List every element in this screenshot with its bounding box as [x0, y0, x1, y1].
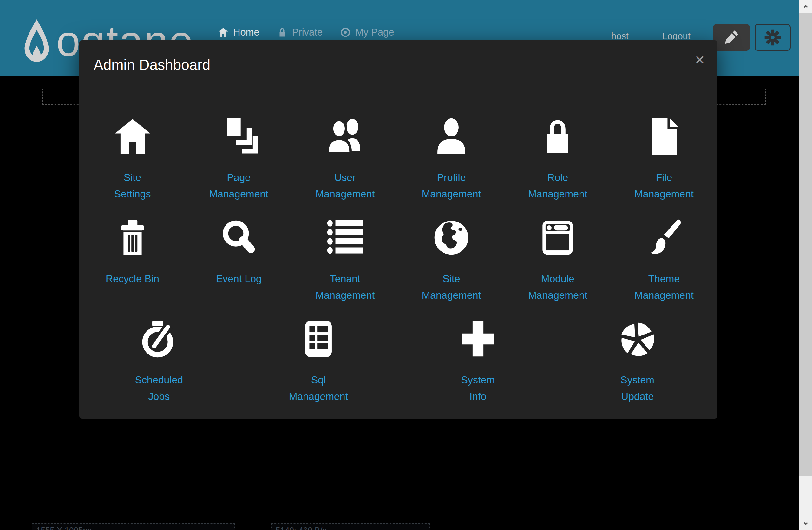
home-icon: [218, 27, 228, 38]
close-icon[interactable]: ✕: [694, 54, 705, 66]
tile-label: ScheduledJobs: [135, 372, 183, 405]
plus-icon: [459, 319, 497, 358]
tile-label-line: Module: [528, 270, 588, 287]
viewport-size-indicator: 1555 X 1005px: [32, 523, 235, 530]
scrollbar-thumb[interactable]: [799, 13, 812, 476]
tile-label: TenantManagement: [316, 270, 375, 303]
modal-header: Admin Dashboard ✕: [79, 40, 717, 94]
tile-sql-management[interactable]: SqlManagement: [239, 319, 398, 420]
tile-label-line: Update: [620, 388, 654, 405]
tile-recycle-bin[interactable]: Recycle Bin: [79, 217, 186, 319]
tile-label-line: Theme: [634, 270, 694, 287]
tile-file-management[interactable]: FileManagement: [611, 116, 717, 217]
tile-event-log[interactable]: Event Log: [186, 217, 292, 319]
page-settings-button[interactable]: [755, 24, 791, 51]
scroll-down-button[interactable]: [799, 517, 812, 530]
pages-icon: [219, 116, 258, 156]
nav-item-my-page[interactable]: My Page: [340, 27, 394, 38]
tile-label-line: Recycle Bin: [106, 270, 159, 287]
tile-page-management[interactable]: PageManagement: [186, 116, 292, 217]
chevron-down-icon: [803, 521, 809, 527]
tile-label: SystemInfo: [461, 372, 495, 405]
tile-row: SiteSettingsPageManagementUserManagement…: [79, 116, 717, 217]
tile-label: Event Log: [216, 270, 262, 287]
tile-label: ProfileManagement: [422, 169, 481, 202]
tile-site-settings[interactable]: SiteSettings: [79, 116, 186, 217]
tile-label-line: Event Log: [216, 270, 262, 287]
viewport-size-text: 1555 X 1005px: [36, 526, 92, 530]
tile-label-line: File: [634, 169, 694, 186]
tile-label-line: Management: [422, 186, 481, 202]
tile-label-line: Management: [289, 388, 348, 405]
tile-label: SiteManagement: [422, 270, 481, 303]
tile-label-line: Management: [209, 186, 269, 202]
tile-profile-management[interactable]: ProfileManagement: [398, 116, 505, 217]
network-speed-text: 5140: 460 B/s: [276, 526, 327, 530]
tile-label: SiteSettings: [114, 169, 151, 202]
tile-label-line: System: [620, 372, 654, 388]
tile-label-line: Management: [316, 287, 375, 303]
nav-label: Home: [233, 27, 259, 38]
aperture-icon: [618, 319, 657, 358]
tile-label: RoleManagement: [528, 169, 588, 202]
tile-label-line: Jobs: [135, 388, 183, 405]
globe-icon: [432, 217, 471, 257]
tile-label-line: Tenant: [316, 270, 375, 287]
tile-scheduled-jobs[interactable]: ScheduledJobs: [79, 319, 239, 420]
tile-label-line: User: [316, 169, 375, 186]
pencil-icon: [724, 30, 739, 45]
tile-label-line: Management: [528, 287, 588, 303]
nav-item-home[interactable]: Home: [218, 27, 259, 38]
people-icon: [326, 116, 364, 156]
home-icon: [113, 116, 152, 156]
vertical-scrollbar[interactable]: [799, 0, 812, 530]
tile-label: SystemUpdate: [620, 372, 654, 405]
tile-module-management[interactable]: ModuleManagement: [505, 217, 611, 319]
network-speed-indicator: 5140: 460 B/s: [271, 523, 430, 530]
tile-label-line: Management: [634, 287, 694, 303]
magnifier-icon: [219, 217, 258, 257]
tile-label-line: Settings: [114, 186, 151, 202]
gear-icon: [764, 29, 781, 46]
tile-label-line: Role: [528, 169, 588, 186]
tile-row: ScheduledJobsSqlManagementSystemInfoSyst…: [79, 319, 717, 420]
tile-label-line: Management: [528, 186, 588, 202]
nav-label: My Page: [355, 27, 394, 38]
tile-role-management[interactable]: RoleManagement: [505, 116, 611, 217]
scroll-up-button[interactable]: [799, 0, 812, 13]
nav-item-private[interactable]: Private: [277, 27, 322, 38]
tile-label-line: Management: [316, 186, 375, 202]
admin-tile-grid: SiteSettingsPageManagementUserManagement…: [79, 94, 717, 420]
admin-dashboard-modal: Admin Dashboard ✕ SiteSettingsPageManage…: [79, 40, 717, 419]
tile-system-update[interactable]: SystemUpdate: [557, 319, 717, 420]
brush-icon: [644, 217, 683, 257]
tile-label-line: Profile: [422, 169, 481, 186]
tile-label-line: Site: [422, 270, 481, 287]
tile-label-line: Management: [634, 186, 694, 202]
tile-system-info[interactable]: SystemInfo: [398, 319, 558, 420]
tile-label: Recycle Bin: [106, 270, 159, 287]
tile-label: ModuleManagement: [528, 270, 588, 303]
main-nav: Home Private My Page: [218, 27, 394, 38]
tile-user-management[interactable]: UserManagement: [292, 116, 398, 217]
tile-row: Recycle BinEvent LogTenantManagementSite…: [79, 217, 717, 319]
chevron-up-icon: [803, 3, 809, 9]
modal-title: Admin Dashboard: [93, 56, 210, 73]
lock-icon: [277, 27, 287, 38]
edit-mode-button[interactable]: [713, 24, 750, 51]
tile-label-line: Management: [422, 287, 481, 303]
tile-tenant-management[interactable]: TenantManagement: [292, 217, 398, 319]
tile-label: SqlManagement: [289, 372, 348, 405]
target-icon: [340, 27, 350, 38]
tile-site-management[interactable]: SiteManagement: [398, 217, 505, 319]
list-icon: [326, 217, 364, 257]
tile-theme-management[interactable]: ThemeManagement: [611, 217, 717, 319]
spreadsheet-icon: [299, 319, 338, 358]
person-icon: [432, 116, 471, 156]
tile-label: UserManagement: [316, 169, 375, 202]
trash-icon: [113, 217, 152, 257]
tile-label-line: Sql: [289, 372, 348, 388]
tile-label: FileManagement: [634, 169, 694, 202]
timer-icon: [140, 319, 178, 358]
tile-label-line: Scheduled: [135, 372, 183, 388]
